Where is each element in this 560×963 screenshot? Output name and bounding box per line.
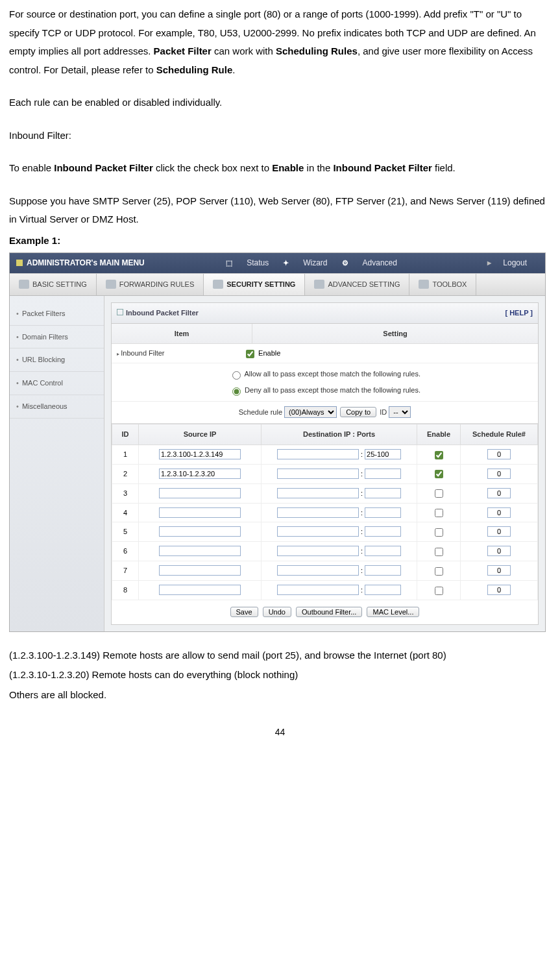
tab-forwarding-rules[interactable]: FORWARDING RULES — [97, 274, 204, 295]
schedule-rule-input[interactable] — [487, 565, 511, 576]
footer-line-2: (1.2.3.10-1.2.3.20) Remote hosts can do … — [9, 666, 551, 685]
schedule-rule-input[interactable] — [487, 585, 511, 595]
tab-security-setting[interactable]: SECURITY SETTING — [204, 274, 305, 295]
sidebar: Packet Filters Domain Filters URL Blocki… — [10, 296, 104, 631]
dest-ip-input[interactable] — [277, 585, 359, 595]
row-enable-checkbox[interactable] — [435, 548, 443, 556]
dest-ip-input[interactable] — [277, 507, 359, 518]
sidebar-item-url-blocking[interactable]: URL Blocking — [10, 348, 104, 372]
row-enable-checkbox[interactable] — [435, 528, 443, 537]
schedule-rule-select[interactable]: (00)Always — [284, 406, 337, 418]
content-pane: Inbound Packet Filter [ HELP ] Item Sett… — [104, 296, 545, 631]
mac-level-button[interactable]: MAC Level... — [367, 607, 419, 617]
schedule-rule-input[interactable] — [487, 449, 511, 459]
ports-input[interactable] — [365, 488, 401, 498]
table-row: 2 : — [112, 464, 538, 483]
sidebar-item-miscellaneous[interactable]: Miscellaneous — [10, 395, 104, 419]
top-menu-bar: ADMINISTRATOR's MAIN MENU ⬚ Status ✦ Wiz… — [10, 253, 545, 273]
tab-toolbox[interactable]: TOOLBOX — [409, 274, 476, 295]
wizard-link[interactable]: Wizard — [303, 256, 327, 271]
item-header: Item — [112, 324, 252, 344]
dest-ip-input[interactable] — [277, 488, 359, 498]
row-enable-checkbox[interactable] — [435, 567, 443, 576]
main-menu-title: ADMINISTRATOR's MAIN MENU — [27, 256, 145, 271]
panel-header: Inbound Packet Filter [ HELP ] — [112, 303, 538, 324]
status-link[interactable]: Status — [247, 256, 269, 271]
intro-paragraph-2: Each rule can be enabled or disabled ind… — [9, 93, 551, 112]
row-id: 6 — [112, 542, 139, 561]
source-ip-input[interactable] — [159, 585, 241, 595]
ports-input[interactable] — [365, 449, 401, 459]
footer-line-3: Others are all blocked. — [9, 686, 551, 705]
intro-paragraph-5: Suppose you have SMTP Server (25), POP S… — [9, 192, 551, 229]
schedule-rule-input[interactable] — [487, 507, 511, 518]
source-ip-input[interactable] — [159, 565, 241, 576]
row-enable-checkbox[interactable] — [435, 489, 443, 498]
dest-ip-input[interactable] — [277, 449, 359, 459]
ports-input[interactable] — [365, 546, 401, 556]
copy-to-button[interactable]: Copy to — [340, 407, 376, 417]
save-button[interactable]: Save — [230, 607, 258, 617]
row-enable-checkbox[interactable] — [435, 509, 443, 517]
tab-bar: BASIC SETTING FORWARDING RULES SECURITY … — [10, 273, 545, 296]
advanced-link[interactable]: Advanced — [363, 256, 397, 271]
undo-button[interactable]: Undo — [263, 607, 291, 617]
filter-mode-row: Allow all to pass except those match the… — [112, 363, 538, 402]
tab-advanced-setting[interactable]: ADVANCED SETTING — [305, 274, 409, 295]
allow-label: Allow all to pass except those match the… — [244, 370, 420, 378]
dest-ip-input[interactable] — [277, 546, 359, 556]
row-enable-checkbox[interactable] — [435, 587, 443, 595]
source-ip-input[interactable] — [159, 488, 241, 498]
sidebar-item-mac-control[interactable]: MAC Control — [10, 372, 104, 395]
ports-input[interactable] — [365, 526, 401, 537]
dest-ip-input[interactable] — [277, 469, 359, 479]
intro-paragraph-1: For source or destination port, you can … — [9, 5, 551, 79]
ports-input[interactable] — [365, 585, 401, 595]
col-enable: Enable — [417, 424, 461, 445]
schedule-rule-input[interactable] — [487, 469, 511, 479]
logout-link[interactable]: Logout — [503, 256, 527, 271]
row-id: 1 — [112, 445, 139, 464]
intro-paragraph-3: Inbound Filter: — [9, 127, 551, 145]
allow-radio[interactable] — [232, 371, 241, 380]
row-id: 5 — [112, 522, 139, 542]
ports-input[interactable] — [365, 469, 401, 479]
forwarding-icon — [106, 280, 116, 289]
status-icon: ⬚ — [226, 256, 232, 270]
row-id: 2 — [112, 464, 139, 483]
setting-header: Setting — [252, 324, 538, 344]
source-ip-input[interactable] — [159, 507, 241, 518]
tab-basic-setting[interactable]: BASIC SETTING — [10, 274, 97, 295]
deny-radio[interactable] — [232, 387, 241, 396]
router-admin-screenshot: ADMINISTRATOR's MAIN MENU ⬚ Status ✦ Wiz… — [9, 252, 546, 632]
advanced-tab-icon — [314, 280, 324, 289]
footer-line-1: (1.2.3.100-1.2.3.149) Remote hosts are a… — [9, 646, 551, 665]
dest-ip-input[interactable] — [277, 565, 359, 576]
source-ip-input[interactable] — [159, 449, 241, 459]
ports-input[interactable] — [365, 507, 401, 518]
inbound-packet-filter-panel: Inbound Packet Filter [ HELP ] Item Sett… — [111, 302, 539, 625]
intro-paragraph-4: To enable Inbound Packet Filter click th… — [9, 159, 551, 178]
sidebar-item-packet-filters[interactable]: Packet Filters — [10, 302, 104, 326]
col-id: ID — [112, 424, 139, 445]
schedule-rule-input[interactable] — [487, 488, 511, 498]
row-enable-checkbox[interactable] — [435, 470, 443, 478]
ports-input[interactable] — [365, 565, 401, 576]
schedule-rule-input[interactable] — [487, 546, 511, 556]
square-icon — [16, 260, 23, 266]
source-ip-input[interactable] — [159, 546, 241, 556]
help-link[interactable]: [ HELP ] — [505, 306, 533, 320]
source-ip-input[interactable] — [159, 469, 241, 479]
row-enable-checkbox[interactable] — [435, 451, 443, 459]
table-row: 6 : — [112, 542, 538, 561]
source-ip-input[interactable] — [159, 526, 241, 537]
dest-ip-input[interactable] — [277, 526, 359, 537]
square-icon — [117, 309, 123, 315]
inbound-filter-row: Inbound Filter Enable — [112, 344, 538, 363]
enable-checkbox[interactable] — [246, 350, 254, 358]
table-row: 5 : — [112, 522, 538, 542]
schedule-rule-input[interactable] — [487, 526, 511, 537]
id-select[interactable]: -- — [389, 406, 411, 418]
sidebar-item-domain-filters[interactable]: Domain Filters — [10, 326, 104, 349]
outbound-filter-button[interactable]: Outbound Filter... — [296, 607, 362, 617]
